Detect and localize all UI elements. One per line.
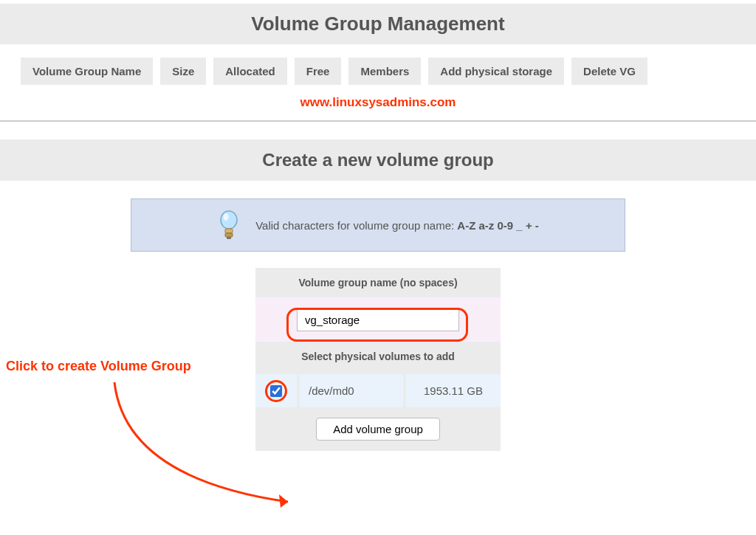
submit-row: Add volume group xyxy=(255,407,501,451)
vg-name-input[interactable] xyxy=(297,308,459,331)
col-allocated: Allocated xyxy=(213,58,287,85)
hint-text: Valid characters for volume group name: xyxy=(255,219,457,232)
create-vg-form: Volume group name (no spaces) Select phy… xyxy=(255,268,501,451)
pv-checkbox-cell xyxy=(255,375,300,407)
col-vg-name: Volume Group Name xyxy=(21,58,153,85)
svg-rect-3 xyxy=(225,233,233,237)
vg-table-headers: Volume Group Name Size Allocated Free Me… xyxy=(0,44,756,91)
vg-name-label: Volume group name (no spaces) xyxy=(255,268,501,297)
watermark-url: www.linuxsysadmins.com xyxy=(0,91,756,120)
page-header: Volume Group Management xyxy=(0,4,756,44)
col-add-storage: Add physical storage xyxy=(428,58,564,85)
svg-point-1 xyxy=(224,213,229,221)
hint-box: Valid characters for volume group name: … xyxy=(131,199,625,252)
svg-point-0 xyxy=(221,211,237,229)
col-size: Size xyxy=(160,58,206,85)
pv-checkbox[interactable] xyxy=(270,385,282,397)
col-free: Free xyxy=(295,58,342,85)
create-title: Create a new volume group xyxy=(0,150,756,170)
add-volume-group-button[interactable]: Add volume group xyxy=(316,418,440,441)
svg-rect-2 xyxy=(225,229,233,233)
svg-marker-5 xyxy=(279,494,288,508)
lightbulb-icon xyxy=(217,210,241,241)
svg-rect-4 xyxy=(227,237,231,239)
hint-chars: A-Z a-z 0-9 _ + - xyxy=(457,219,538,232)
pv-size: 1953.11 GB xyxy=(406,374,501,407)
pv-device: /dev/md0 xyxy=(300,374,406,407)
hint-text-wrapper: Valid characters for volume group name: … xyxy=(255,219,539,232)
pv-select-label: Select physical volumes to add xyxy=(255,342,501,371)
vg-name-input-row xyxy=(255,297,501,342)
create-header: Create a new volume group xyxy=(0,139,756,181)
col-members: Members xyxy=(348,58,421,85)
page-title: Volume Group Management xyxy=(0,13,756,35)
col-delete-vg: Delete VG xyxy=(571,58,647,85)
pv-row: /dev/md0 1953.11 GB xyxy=(255,374,501,407)
section-divider xyxy=(0,120,756,122)
annotation-text: Click to create Volume Group xyxy=(6,359,191,374)
